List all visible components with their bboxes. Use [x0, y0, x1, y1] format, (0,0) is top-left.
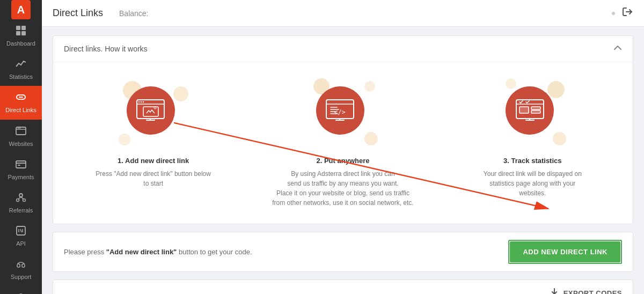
logout-icon[interactable]: [621, 6, 633, 20]
step-1-icon: [119, 78, 188, 148]
sidebar-item-api[interactable]: API: [0, 219, 42, 253]
step-2-desc: By using Adsterra direct link you can se…: [272, 169, 413, 208]
action-bar-text: Please press "Add new direct link" butto…: [64, 248, 252, 256]
step-3-desc: Your direct link will be dispayed on sta…: [484, 169, 582, 198]
action-bar: Please press "Add new direct link" butto…: [53, 232, 633, 271]
svg-rect-42: [531, 107, 540, 109]
statistics-icon: [15, 58, 27, 71]
step-1-main-circle: [127, 86, 175, 135]
svg-rect-0: [16, 26, 20, 30]
export-codes-button[interactable]: EXPORT CODES: [550, 288, 622, 294]
step-1: 1. Add new direct link Press "Add new di…: [78, 78, 229, 188]
svg-rect-43: [531, 111, 540, 113]
bubble: [364, 81, 375, 92]
support-icon: [15, 258, 27, 271]
bubble: [547, 81, 565, 98]
card-header: Direct links. How it works: [53, 36, 633, 62]
download-icon: [550, 288, 559, 294]
bubble: [364, 132, 378, 145]
sidebar-item-statistics[interactable]: Statistics: [0, 53, 42, 86]
sidebar-item-label-websites: Websites: [9, 141, 33, 148]
step-1-title: 1. Add new direct link: [118, 157, 189, 165]
chevron-up-icon[interactable]: [613, 43, 622, 54]
step-3-icon: [497, 78, 567, 148]
svg-rect-41: [519, 107, 529, 113]
sidebar-item-payments[interactable]: Payments: [0, 153, 42, 186]
card-header-title: Direct links. How it works: [64, 45, 148, 53]
balance-label: Balance:: [119, 9, 148, 18]
svg-rect-1: [21, 26, 26, 30]
bubble: [173, 86, 188, 101]
sidebar-item-support[interactable]: Support: [0, 253, 42, 286]
step-1-desc: Press "Add new direct link" button below…: [96, 169, 211, 188]
sidebar-item-label-support: Support: [11, 274, 32, 281]
sidebar: A Dashboard Statistics: [0, 0, 42, 294]
add-new-direct-link-button[interactable]: ADD NEW DIRECT LINK: [510, 241, 620, 262]
steps-row: 1. Add new direct link Press "Add new di…: [53, 62, 633, 224]
add-button-wrapper: ADD NEW DIRECT LINK: [508, 240, 622, 264]
step-3-title: 3. Track statistics: [503, 157, 561, 165]
steps-container: 1. Add new direct link Press "Add new di…: [53, 62, 633, 224]
header-dot: [612, 12, 615, 15]
svg-rect-2: [16, 31, 20, 35]
step-3-main-circle: [506, 86, 554, 135]
profile-icon: [15, 292, 27, 295]
websites-icon: [15, 125, 27, 138]
step-2: </> 2. Put anywhere: [268, 78, 418, 208]
bubble: [553, 132, 566, 145]
bubble: [119, 134, 130, 145]
step-3: 3. Track statistics Your direct link wil…: [457, 78, 608, 198]
dashboard-icon: [15, 25, 27, 38]
sidebar-item-label-payments: Payments: [8, 174, 34, 181]
logo-icon: A: [11, 0, 31, 19]
svg-line-17: [20, 229, 21, 232]
export-card: EXPORT CODES: [53, 280, 633, 294]
sidebar-logo: A: [0, 0, 42, 19]
step-2-main-circle: </>: [316, 86, 364, 135]
payments-icon: [15, 158, 27, 172]
bubble: [506, 78, 516, 89]
sidebar-item-dashboard[interactable]: Dashboard: [0, 19, 42, 53]
sidebar-item-referrals[interactable]: Referrals: [0, 186, 42, 219]
sidebar-item-label-direct-links: Direct Links: [5, 107, 36, 114]
svg-point-12: [19, 194, 23, 197]
direct-links-icon: [15, 91, 27, 105]
sidebar-item-label-dashboard: Dashboard: [6, 40, 35, 47]
sidebar-item-label-api: API: [16, 240, 26, 247]
page-title: Direct Links: [53, 8, 103, 19]
sidebar-item-websites[interactable]: Websites: [0, 120, 42, 153]
sidebar-item-label-referrals: Referrals: [9, 207, 33, 214]
sidebar-item-direct-links[interactable]: Direct Links: [0, 86, 42, 119]
svg-rect-9: [16, 161, 26, 168]
svg-rect-21: [137, 100, 164, 119]
action-bar-card: Please press "Add new direct link" butto…: [53, 232, 633, 272]
content-area: Direct links. How it works: [42, 27, 644, 294]
referrals-icon: [15, 192, 27, 205]
export-bar: EXPORT CODES: [53, 280, 633, 294]
step-2-title: 2. Put anywhere: [316, 157, 369, 165]
main-content: Direct Links Balance: Direct links. How …: [42, 0, 644, 294]
step-2-icon: </>: [308, 78, 378, 148]
how-it-works-card: Direct links. How it works: [53, 35, 633, 224]
svg-rect-5: [16, 127, 26, 135]
svg-rect-11: [18, 165, 20, 166]
header: Direct Links Balance:: [42, 0, 644, 27]
svg-rect-3: [21, 31, 26, 35]
sidebar-item-label-statistics: Statistics: [9, 74, 33, 80]
api-icon: [15, 225, 27, 238]
sidebar-item-profile[interactable]: Profile: [0, 286, 42, 295]
